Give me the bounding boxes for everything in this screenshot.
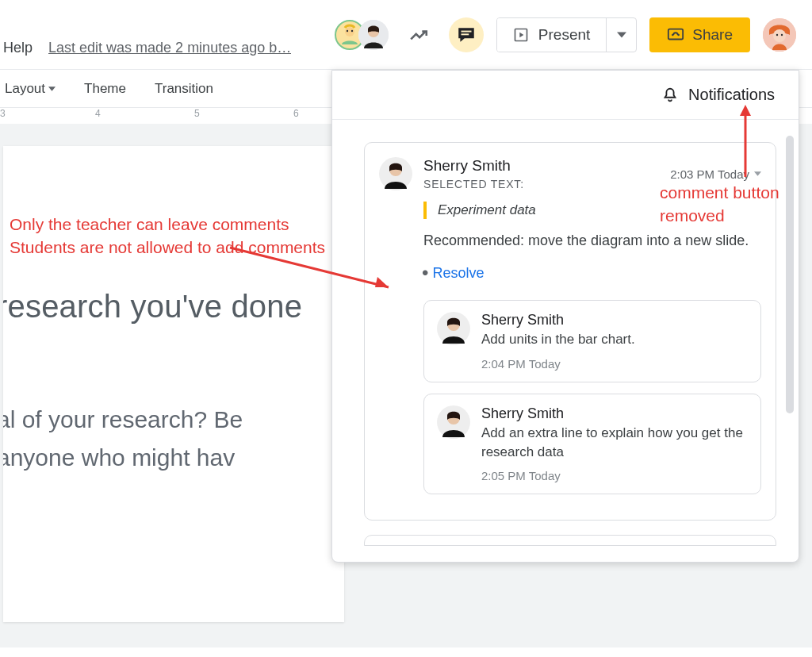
present-dropdown[interactable] [606, 18, 636, 52]
reply-time: 2:04 PM Today [481, 357, 635, 371]
present-label: Present [538, 26, 590, 44]
reply-author-name: Sherry Smith [481, 312, 635, 328]
topbar-left: Help Last edit was made 2 minutes ago b… [0, 0, 291, 69]
comment-reply[interactable]: Sherry Smith Add units in the bar chart.… [423, 300, 761, 382]
present-icon [513, 27, 529, 43]
link-share-icon [667, 26, 684, 44]
svg-point-9 [672, 33, 674, 36]
activity-dashboard-button[interactable] [401, 17, 436, 52]
comment-body: Recommended: move the diagram into a new… [423, 230, 761, 251]
collaborator-avatars[interactable] [335, 20, 389, 50]
notifications-button[interactable]: Notifications [688, 86, 775, 104]
reply-time: 2:05 PM Today [481, 469, 748, 482]
annotation-text: Students are not allowed to add comments [10, 236, 325, 259]
topbar-right: Present Share [335, 0, 796, 69]
layout-label: Layout [5, 81, 45, 97]
comment-author-avatar [379, 157, 412, 190]
selected-text: Experiment data [438, 202, 536, 218]
resolve-link[interactable]: Resolve [432, 265, 484, 281]
collaborator-avatar-2[interactable] [358, 20, 389, 50]
slide-body[interactable]: al of your research? Be anyone who might… [3, 401, 344, 477]
scrollbar[interactable] [786, 136, 794, 413]
layout-dropdown[interactable]: Layout [0, 81, 60, 97]
svg-rect-8 [668, 29, 683, 39]
avatar-icon [763, 18, 796, 52]
transition-button[interactable]: Transition [150, 81, 218, 97]
last-edit-link[interactable]: Last edit was made 2 minutes ago b… [48, 40, 291, 69]
svg-point-10 [678, 33, 680, 36]
ruler-mark: 3 [0, 108, 6, 119]
slide-body-line: anyone who might hav [3, 439, 344, 477]
trending-up-icon [408, 25, 429, 45]
panel-header: Notifications [332, 71, 799, 120]
reply-author-name: Sherry Smith [481, 405, 748, 422]
comment-history-button[interactable] [449, 17, 484, 52]
reply-author-avatar [437, 312, 470, 345]
reply-body: Add an extra line to explain how you get… [481, 424, 748, 462]
share-label: Share [692, 26, 733, 44]
annotation-text: comment button [660, 181, 779, 204]
svg-point-2 [351, 29, 353, 31]
selected-text-label: SELECTED TEXT: [423, 178, 659, 190]
svg-rect-6 [461, 33, 469, 35]
ruler-mark: 5 [194, 108, 200, 119]
svg-rect-5 [461, 30, 471, 32]
caret-down-icon [48, 86, 56, 91]
caret-down-icon [617, 30, 626, 40]
annotation-text: removed [660, 204, 779, 227]
ruler-mark: 6 [293, 108, 299, 119]
comment-history-panel: Notifications Sherry Smith SELECTED TEXT… [331, 70, 799, 563]
bullet-icon: • [422, 262, 428, 283]
menu-help[interactable]: Help [0, 40, 33, 69]
reply-body: Add units in the bar chart. [481, 330, 635, 349]
app-topbar: Help Last edit was made 2 minutes ago b…… [0, 0, 812, 70]
svg-marker-22 [375, 277, 389, 287]
annotation-text: Only the teacher can leave comments [10, 213, 325, 236]
svg-point-12 [773, 29, 786, 42]
svg-point-0 [345, 27, 354, 36]
account-avatar[interactable] [763, 18, 796, 52]
present-button[interactable]: Present [497, 18, 606, 52]
annotation-right: comment button removed [660, 181, 779, 228]
svg-point-1 [347, 29, 348, 31]
resolve-row: • Resolve [422, 262, 761, 284]
reply-author-avatar [437, 405, 470, 439]
bell-icon [661, 86, 679, 104]
comment-author-name: Sherry Smith [423, 157, 659, 175]
theme-button[interactable]: Theme [79, 81, 131, 97]
svg-point-13 [776, 33, 778, 35]
comment-reply[interactable]: Sherry Smith Add an extra line to explai… [423, 394, 761, 495]
comment-icon [456, 25, 477, 45]
present-button-group: Present [496, 17, 637, 52]
annotation-arrow-icon [733, 102, 757, 181]
share-button[interactable]: Share [649, 17, 750, 52]
svg-marker-24 [740, 105, 751, 116]
annotation-left: Only the teacher can leave comments Stud… [10, 213, 325, 259]
ruler-mark: 4 [95, 108, 101, 119]
next-thread-peek [364, 535, 776, 546]
selection-bar-icon [423, 202, 427, 219]
svg-point-14 [781, 33, 783, 35]
slide-body-line: al of your research? Be [3, 401, 344, 439]
